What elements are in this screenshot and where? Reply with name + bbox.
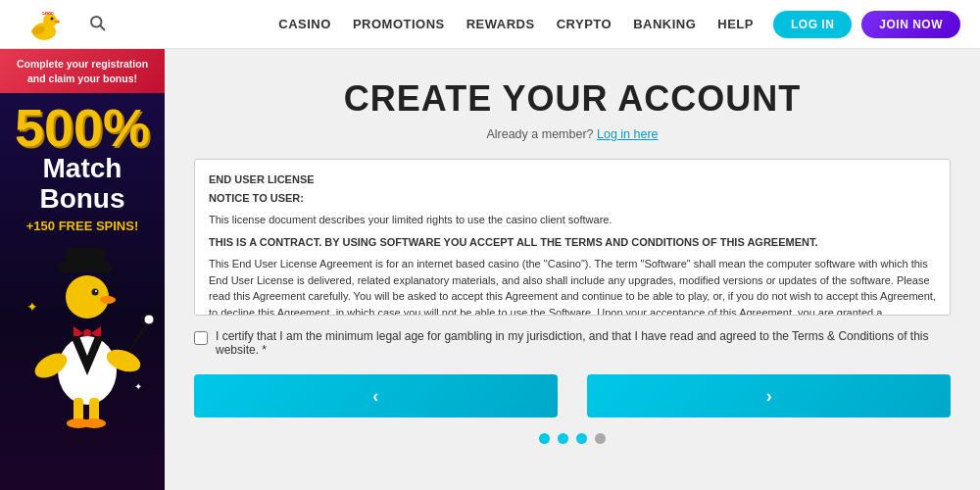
sidebar: Complete your registration and claim you… xyxy=(0,49,165,490)
nav-banking[interactable]: BANKING xyxy=(633,17,696,31)
svg-line-9 xyxy=(101,25,105,29)
svg-text:✦: ✦ xyxy=(26,299,38,315)
dot-3 xyxy=(576,433,587,444)
svg-point-14 xyxy=(95,290,97,292)
license-agreement-box[interactable]: END USER LICENSE NOTICE TO USER: This li… xyxy=(194,159,951,316)
nav-crypto[interactable]: CRYPTO xyxy=(557,17,612,31)
license-intro: This license document describes your lim… xyxy=(209,212,936,228)
bonus-spins: +150 FREE SPINS! xyxy=(6,219,159,233)
svg-line-23 xyxy=(129,321,149,351)
svg-rect-11 xyxy=(66,248,105,268)
svg-text:CASINO: CASINO xyxy=(42,12,54,16)
svg-point-15 xyxy=(100,296,116,304)
next-button[interactable]: › xyxy=(587,374,951,417)
already-member-text: Already a member? Log in here xyxy=(486,127,658,141)
login-link[interactable]: Log in here xyxy=(597,127,659,141)
svg-point-18 xyxy=(83,329,91,337)
license-title: END USER LICENSE xyxy=(209,172,936,188)
dot-4 xyxy=(595,433,606,444)
search-button[interactable] xyxy=(88,14,106,35)
svg-point-24 xyxy=(144,315,154,324)
bonus-match: Match xyxy=(6,154,159,184)
license-contract-header: THIS IS A CONTRACT. BY USING SOFTWARE YO… xyxy=(209,234,936,251)
join-button[interactable]: JOIN NOW xyxy=(861,11,960,38)
svg-point-28 xyxy=(82,418,106,428)
svg-text:✦: ✦ xyxy=(134,381,142,392)
certify-checkbox-area: I certify that I am the minimum legal ag… xyxy=(194,329,951,357)
header-buttons: LOG IN JOIN NOW xyxy=(773,11,960,38)
sidebar-bonus: 500% Match Bonus +150 FREE SPINS! xyxy=(0,93,165,233)
nav-help[interactable]: HELP xyxy=(717,17,754,31)
notice-to-user: NOTICE TO USER: xyxy=(209,190,936,207)
svg-point-3 xyxy=(54,20,60,23)
nav-casino[interactable]: CASINO xyxy=(278,17,331,31)
progress-dots xyxy=(539,433,606,444)
dot-1 xyxy=(539,433,550,444)
main-nav: CASINO PROMOTIONS REWARDS CRYPTO BANKING… xyxy=(278,17,754,31)
svg-point-2 xyxy=(51,17,54,20)
svg-point-12 xyxy=(66,275,109,318)
certify-label[interactable]: I certify that I am the minimum legal ag… xyxy=(216,329,951,357)
sidebar-banner[interactable]: Complete your registration and claim you… xyxy=(0,49,165,93)
dot-2 xyxy=(558,433,568,444)
logo-duck-icon: CASINO xyxy=(20,5,69,44)
bonus-label: Bonus xyxy=(6,184,159,215)
main-layout: Complete your registration and claim you… xyxy=(0,49,980,490)
certify-checkbox[interactable] xyxy=(194,331,208,345)
svg-point-13 xyxy=(91,288,98,295)
bonus-percent: 500% xyxy=(6,101,159,154)
back-icon: ‹ xyxy=(372,386,378,407)
nav-promotions[interactable]: PROMOTIONS xyxy=(353,17,445,31)
login-button[interactable]: LOG IN xyxy=(773,11,852,38)
header: CASINO CASINO PROMOTIONS REWARDS CRYPTO … xyxy=(0,0,980,49)
main-content: CREATE YOUR ACCOUNT Already a member? Lo… xyxy=(165,49,980,490)
page-title: CREATE YOUR ACCOUNT xyxy=(344,78,801,120)
next-icon: › xyxy=(766,386,772,407)
nav-rewards[interactable]: REWARDS xyxy=(466,17,535,31)
navigation-buttons: ‹ › xyxy=(194,374,951,417)
svg-point-8 xyxy=(91,17,102,27)
license-body1: This End User License Agreement is for a… xyxy=(209,256,936,316)
sidebar-character: ✦ ✦ xyxy=(0,233,165,439)
back-button[interactable]: ‹ xyxy=(194,374,558,417)
logo[interactable]: CASINO xyxy=(20,5,69,44)
